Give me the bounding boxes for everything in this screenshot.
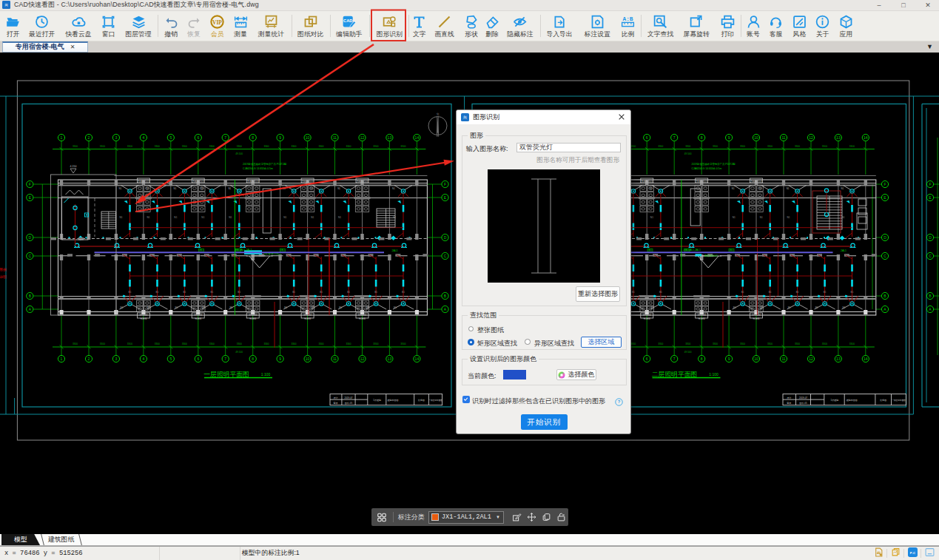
svg-text:C: C [884, 254, 886, 258]
svg-text:N1: N1 [337, 187, 340, 190]
svg-text:洗漱间2024: 洗漱间2024 [192, 180, 204, 183]
svg-text:2AL1: 2AL1 [280, 249, 286, 252]
svg-text:XT2024: XT2024 [194, 314, 202, 317]
svg-text:1层照明: 1层照明 [831, 399, 839, 402]
svg-text:洗漱间2024: 洗漱间2024 [696, 180, 707, 183]
svg-text:3300: 3300 [795, 343, 800, 345]
svg-text:13: 13 [388, 357, 392, 361]
svg-text:N1: N1 [732, 187, 735, 190]
svg-text:N1: N1 [733, 306, 736, 309]
svg-text:4: 4 [143, 357, 145, 361]
svg-text:N1: N1 [148, 306, 151, 309]
svg-text:洗漱间2024: 洗漱间2024 [641, 180, 653, 183]
svg-text:3300: 3300 [155, 145, 160, 148]
svg-text:7: 7 [673, 357, 676, 361]
svg-text:3300: 3300 [182, 145, 187, 148]
svg-text:N1: N1 [147, 187, 149, 190]
svg-text:E: E [444, 195, 447, 200]
svg-text:N1: N1 [815, 306, 818, 309]
svg-text:14: 14 [415, 357, 420, 361]
svg-text:3300: 3300 [182, 343, 187, 345]
svg-text:2AL1: 2AL1 [392, 249, 398, 252]
svg-text:3300: 3300 [795, 145, 800, 148]
svg-text:2019款低压线路穿管敷设产品 P16T2型: 2019款低压线路穿管敷设产品 P16T2型 [243, 162, 287, 166]
svg-text:N1: N1 [394, 306, 397, 309]
svg-text:N1: N1 [310, 187, 313, 190]
svg-text:4.150: 4.150 [70, 165, 77, 168]
svg-text:设计: 设计 [334, 397, 338, 399]
svg-text:A: A [444, 307, 447, 311]
svg-text:6: 6 [646, 357, 648, 361]
svg-text:N1: N1 [759, 187, 762, 190]
svg-text:一层照明平面图: 一层照明平面图 [892, 399, 906, 402]
svg-text:?: ? [617, 399, 620, 404]
svg-text:49.500: 49.500 [235, 152, 243, 155]
svg-text:N1: N1 [393, 216, 396, 219]
svg-text:10: 10 [306, 135, 310, 140]
svg-text:7: 7 [673, 135, 676, 140]
svg-text:XT2024: XT2024 [139, 314, 147, 317]
svg-text:N1: N1 [284, 306, 287, 309]
svg-text:N1: N1 [651, 306, 654, 309]
svg-text:14: 14 [864, 135, 868, 140]
svg-text:14: 14 [864, 357, 868, 361]
svg-text:1:100: 1:100 [261, 372, 271, 377]
svg-text:N1: N1 [147, 216, 149, 219]
svg-text:N1: N1 [229, 216, 232, 219]
svg-text:N1: N1 [788, 306, 791, 309]
svg-text:E: E [929, 195, 932, 200]
svg-text:F: F [29, 182, 31, 186]
svg-text:二层照明平面图: 二层照明平面图 [652, 371, 698, 378]
svg-text:3300: 3300 [400, 145, 405, 148]
svg-text:1:100: 1:100 [709, 372, 718, 377]
svg-text:N1: N1 [202, 306, 205, 309]
svg-text:一层照明平面图: 一层照明平面图 [428, 399, 442, 402]
svg-text:N1: N1 [201, 216, 204, 219]
svg-text:N1: N1 [283, 216, 286, 219]
svg-text:审核: 审核 [334, 402, 338, 405]
svg-text:9: 9 [279, 135, 281, 140]
svg-text:N1: N1 [339, 306, 342, 309]
svg-text:7: 7 [224, 357, 226, 361]
svg-text:先进间: 先进间 [304, 317, 311, 320]
svg-text:3300: 3300 [346, 145, 351, 148]
svg-text:D: D [28, 235, 31, 240]
svg-text:N1: N1 [733, 216, 736, 219]
svg-text:3300: 3300 [292, 145, 297, 148]
svg-text:12: 12 [360, 135, 365, 140]
svg-text:3300: 3300 [713, 145, 718, 148]
svg-text:3300: 3300 [209, 343, 215, 345]
svg-text:3300: 3300 [346, 343, 351, 345]
svg-text:3300: 3300 [127, 145, 132, 148]
svg-text:3: 3 [115, 135, 118, 140]
svg-text:6: 6 [197, 135, 199, 140]
svg-text:2AL1: 2AL1 [199, 249, 204, 252]
svg-text:CAD: CAD [343, 18, 352, 23]
svg-text:F: F [444, 182, 446, 186]
svg-text:洗漱间2024: 洗漱间2024 [750, 180, 762, 183]
svg-text:3300: 3300 [822, 145, 827, 148]
svg-text:B: B [444, 294, 447, 298]
svg-text:JX1-1AL1,2AL1: JX1-1AL1,2AL1 [683, 249, 701, 252]
svg-text:B1: B1 [292, 291, 295, 294]
svg-text:说明: 说明 [0, 275, 7, 279]
svg-text:A:B: A:B [623, 16, 633, 22]
svg-text:3300: 3300 [373, 145, 378, 148]
svg-text:N1: N1 [787, 216, 790, 219]
svg-text:CJA6204-G 14.6回路-0.5m: CJA6204-G 14.6回路-0.5m [692, 167, 722, 170]
svg-text:8: 8 [252, 135, 254, 140]
svg-text:N1: N1 [338, 216, 341, 219]
svg-text:2: 2 [88, 357, 90, 361]
svg-text:一层照明平面图: 一层照明平面图 [203, 371, 249, 378]
svg-text:10: 10 [306, 357, 310, 361]
svg-text:3300: 3300 [264, 343, 269, 345]
svg-text:先进间: 先进间 [249, 317, 256, 320]
svg-text:3300: 3300 [658, 145, 663, 148]
svg-text:N1: N1 [843, 306, 846, 309]
svg-text:11: 11 [333, 357, 337, 361]
svg-text:设计: 设计 [787, 397, 791, 399]
svg-text:3300: 3300 [740, 343, 745, 345]
svg-text:B: B [929, 294, 932, 298]
svg-text:5: 5 [169, 135, 172, 140]
svg-text:C: C [444, 254, 447, 258]
